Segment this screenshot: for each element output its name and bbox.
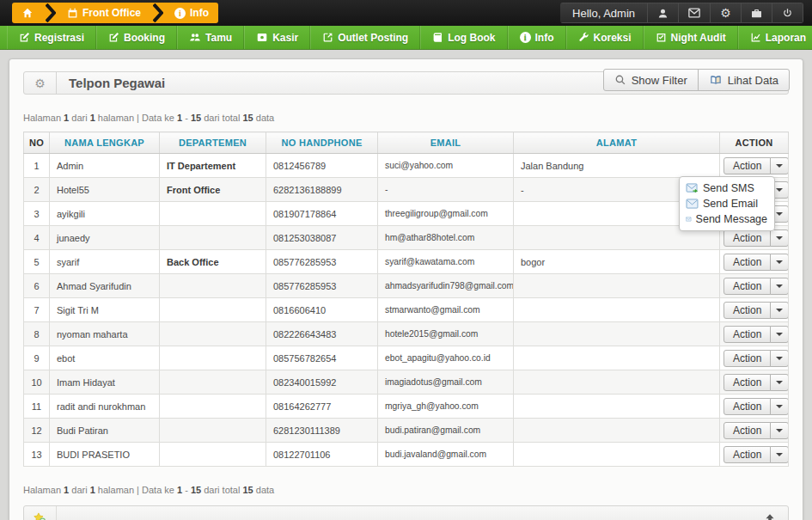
nav-label: Kasir: [272, 32, 298, 44]
action-button[interactable]: Action: [723, 350, 771, 367]
table-row: 1 Admin IT Departement 0812456789 suci@y…: [24, 154, 789, 178]
action-button[interactable]: Action: [723, 422, 771, 439]
envelope-send-icon: [686, 183, 699, 193]
topbar: Front Office i Info Hello, Admin ⚙: [0, 0, 812, 26]
table-row: 13 BUDI PRASETIO 08122701106 budi.javala…: [24, 443, 789, 467]
table-row: 2 Hotel55 Front Office 6282136188899 - -…: [24, 178, 789, 202]
action-caret-button[interactable]: [770, 422, 788, 439]
cell-no: 8: [24, 322, 50, 346]
nav-item-log-book[interactable]: Log Book: [420, 26, 507, 49]
footer-new-button[interactable]: [24, 506, 57, 520]
nav-item-info[interactable]: i Info: [508, 26, 566, 49]
action-button[interactable]: Action: [723, 326, 771, 343]
action-button-label: Action: [733, 304, 761, 316]
page-settings-button[interactable]: ⚙: [24, 72, 57, 94]
cell-no: 6: [24, 274, 50, 298]
nav-item-registrasi[interactable]: Registrasi: [7, 26, 96, 49]
open-book-icon: [709, 74, 723, 86]
breadcrumb-home[interactable]: [12, 3, 43, 23]
action-button[interactable]: Action: [723, 446, 771, 463]
action-caret-button[interactable]: [770, 350, 788, 367]
nav-item-booking[interactable]: Booking: [96, 26, 177, 49]
pagination-top: Halaman 1 dari 1 halaman | Data ke 1 - 1…: [23, 113, 789, 123]
action-button[interactable]: Action: [723, 157, 771, 174]
cell-nama-lengkap: Ahmad Syarifudin: [50, 274, 160, 298]
nav-item-tamu[interactable]: Tamu: [177, 26, 244, 49]
action-caret-button[interactable]: [770, 229, 788, 247]
menu-item-send-message[interactable]: Send Message: [680, 211, 774, 227]
cell-no-handphone: 085776285953: [266, 250, 378, 274]
action-caret-button[interactable]: [770, 398, 788, 415]
action-button[interactable]: Action: [723, 374, 771, 391]
menu-item-send-email[interactable]: Send Email: [680, 196, 774, 211]
action-caret-button[interactable]: [770, 278, 788, 295]
workspace-button[interactable]: [741, 3, 772, 23]
search-icon: [614, 74, 626, 86]
nav-label: Outlet Posting: [338, 32, 408, 44]
cell-email: budi.patiran@gmail.com: [378, 419, 514, 443]
table-container: NO NAMA LENGKAP DEPARTEMEN NO HANDPHONE …: [23, 132, 789, 467]
action-button[interactable]: Action: [723, 398, 771, 415]
action-button[interactable]: Action: [723, 302, 771, 319]
action-caret-button[interactable]: [770, 302, 788, 319]
table-row: 7 Sigit Tri M 0816606410 stmarwanto@gmai…: [24, 298, 789, 322]
envelope-icon: [686, 214, 692, 224]
nav-label: Laporan: [766, 32, 806, 44]
nav-item-outlet-posting[interactable]: Outlet Posting: [310, 26, 420, 49]
cell-departemen: [160, 226, 266, 250]
cell-alamat: Jalan Bandung: [514, 154, 720, 178]
breadcrumb-front-office[interactable]: Front Office: [58, 3, 150, 23]
table-row: 5 syarif Back Office 085776285953 syarif…: [24, 250, 789, 274]
nav-label: Koreksi: [594, 32, 632, 44]
export-icon: [322, 32, 333, 43]
cell-no: 3: [24, 202, 50, 226]
user-profile-button[interactable]: [647, 3, 679, 23]
action-caret-button[interactable]: [770, 374, 788, 391]
action-caret-button[interactable]: [770, 254, 788, 271]
cell-no-handphone: 085756782654: [266, 346, 378, 370]
cell-action: Action: [720, 274, 789, 298]
action-button[interactable]: Action: [723, 229, 771, 247]
logout-button[interactable]: [772, 3, 803, 23]
cell-no-handphone: 0812456789: [266, 154, 378, 178]
cell-departemen: Back Office: [160, 250, 266, 274]
cell-nama-lengkap: BUDI PRASETIO: [50, 443, 160, 467]
nav-item-night-audit[interactable]: Night Audit: [644, 26, 738, 49]
star-new-icon: [34, 512, 46, 520]
action-caret-button[interactable]: [770, 157, 788, 174]
cell-nama-lengkap: Sigit Tri M: [50, 298, 160, 322]
lihat-data-label: Lihat Data: [728, 74, 778, 87]
cell-alamat: [514, 419, 720, 443]
action-button[interactable]: Action: [723, 254, 771, 271]
show-filter-button[interactable]: Show Filter: [603, 69, 699, 91]
action-caret-button[interactable]: [770, 446, 788, 463]
header-no-handphone: NO HANDPHONE: [266, 132, 378, 154]
caret-down-icon: [776, 284, 783, 288]
breadcrumb-info[interactable]: i Info: [165, 3, 218, 23]
menu-item-send-sms[interactable]: Send SMS: [680, 180, 774, 196]
scroll-to-top-button[interactable]: [752, 512, 788, 520]
action-button-label: Action: [733, 449, 761, 461]
messages-button[interactable]: [678, 3, 711, 23]
cell-nama-lengkap: ayikgili: [50, 202, 160, 226]
header-email: EMAIL: [378, 132, 514, 154]
nav-item-kasir[interactable]: Kasir: [244, 26, 310, 49]
cell-departemen: [160, 370, 266, 395]
settings-button[interactable]: ⚙: [710, 3, 742, 23]
nav-item-koreksi[interactable]: Koreksi: [566, 26, 644, 49]
cell-email: ahmadsyarifudin798@gmail.com: [378, 274, 514, 298]
menu-item-label: Send SMS: [703, 182, 754, 194]
action-caret-button[interactable]: [770, 326, 788, 343]
page-title: Telpon Pegawai: [57, 76, 165, 90]
briefcase-icon: [751, 8, 762, 19]
cell-no-handphone: 6282136188899: [266, 178, 378, 202]
action-button-label: Action: [733, 401, 761, 413]
lihat-data-button[interactable]: Lihat Data: [698, 69, 790, 91]
nav-item-laporan[interactable]: Laporan: [738, 26, 812, 49]
page-titlebar: ⚙ Telpon Pegawai Show Filter Lihat Data: [23, 71, 789, 95]
action-button[interactable]: Action: [723, 278, 771, 295]
edit-icon: [19, 32, 30, 43]
gear-icon: ⚙: [34, 76, 46, 90]
cell-no: 7: [24, 298, 50, 322]
table-row: 12 Budi Patiran 6281230111389 budi.patir…: [24, 419, 789, 443]
